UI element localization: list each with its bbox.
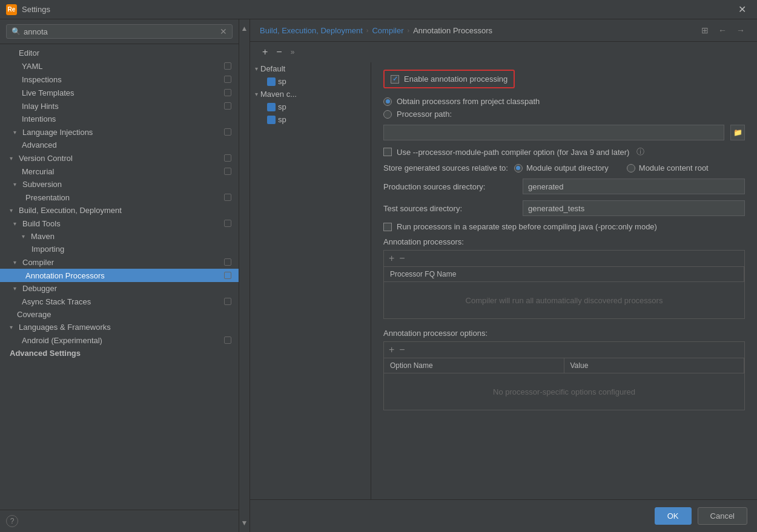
sidebar-item-intentions[interactable]: Intentions xyxy=(0,113,239,125)
run-processors-checkbox[interactable] xyxy=(383,223,392,231)
sp2-label: sp xyxy=(278,102,286,111)
help-tooltip-icon: ⓘ xyxy=(636,146,644,157)
module-item-sp3[interactable]: sp xyxy=(250,113,371,126)
sidebar-item-inspections[interactable]: Inspections xyxy=(0,73,239,86)
scroll-indicators: ▲ ▼ xyxy=(239,19,250,532)
module-item-sp1[interactable]: sp xyxy=(250,75,371,88)
ap-table-body: Compiler will run all automatically disc… xyxy=(384,282,744,318)
sidebar-item-mercurial[interactable]: Mercurial xyxy=(0,165,239,178)
sidebar-item-android[interactable]: Android (Experimental) xyxy=(0,333,239,347)
annotation-processors-label: Annotation Processors xyxy=(25,271,105,280)
obtain-classpath-radio[interactable] xyxy=(383,97,392,106)
coverage-label: Coverage xyxy=(17,310,51,319)
ap-options-section-label: Annotation processor options: xyxy=(383,329,745,338)
breadcrumb-part2[interactable]: Compiler xyxy=(372,26,403,35)
breadcrumb-forward-button[interactable]: → xyxy=(734,24,747,36)
live-templates-label: Live Templates xyxy=(22,88,74,97)
advanced-label: Advanced xyxy=(22,140,57,149)
sidebar-item-subversion[interactable]: ▾ Subversion xyxy=(0,178,239,191)
sidebar-item-lang-frameworks[interactable]: ▾ Languages & Frameworks xyxy=(0,321,239,333)
breadcrumb-actions: ⊞ ← → xyxy=(699,24,747,36)
build-tools-label: Build Tools xyxy=(22,219,61,228)
sidebar-item-maven[interactable]: ▾ Maven xyxy=(0,230,239,243)
settings-window: Re Settings ✕ 🔍 ✕ Editor xyxy=(0,0,757,532)
folder-icon3 xyxy=(267,116,276,124)
search-icon: 🔍 xyxy=(12,27,21,36)
processor-path-option[interactable]: Processor path: xyxy=(383,110,745,119)
vc-badge xyxy=(223,153,233,163)
module-output-dir-label: Module output directory xyxy=(526,163,609,172)
sidebar-item-debugger[interactable]: ▾ Debugger xyxy=(0,282,239,295)
expand-button[interactable]: » xyxy=(291,48,295,56)
sidebar-item-async-stack-traces[interactable]: Async Stack Traces xyxy=(0,295,239,308)
cancel-button[interactable]: Cancel xyxy=(698,507,747,525)
lang-inj-badge xyxy=(223,127,233,137)
close-button[interactable]: ✕ xyxy=(733,1,751,18)
scroll-up-button[interactable]: ▲ xyxy=(241,24,248,33)
mercurial-label: Mercurial xyxy=(22,167,54,176)
sidebar-item-importing[interactable]: Importing xyxy=(0,243,239,255)
processor-path-radio[interactable] xyxy=(383,110,392,119)
ap-options-remove-button[interactable]: − xyxy=(399,344,405,355)
bed-arrow: ▾ xyxy=(10,207,17,214)
sidebar-bottom: ? xyxy=(0,510,239,532)
obtain-from-classpath-option[interactable]: Obtain processors from project classpath xyxy=(383,97,745,106)
module-item-sp2[interactable]: sp xyxy=(250,100,371,113)
advanced-settings-label: Advanced Settings xyxy=(10,349,81,358)
maven-list-label: Maven c... xyxy=(260,90,297,99)
search-input[interactable] xyxy=(24,27,220,36)
sp3-label: sp xyxy=(278,115,286,124)
enable-annotation-checkbox[interactable] xyxy=(391,75,399,84)
use-module-path-checkbox[interactable] xyxy=(383,148,392,156)
module-content-root-label: Module content root xyxy=(639,163,709,172)
sidebar-item-advanced-settings[interactable]: Advanced Settings xyxy=(0,347,239,360)
browse-button[interactable]: 📁 xyxy=(730,125,745,140)
editor-label: Editor xyxy=(19,48,39,57)
sidebar-item-inlay-hints[interactable]: Inlay Hints xyxy=(0,99,239,113)
sidebar-item-compiler[interactable]: ▾ Compiler xyxy=(0,255,239,269)
module-item-default[interactable]: ▾ Default xyxy=(250,62,371,75)
sidebar-item-annotation-processors[interactable]: Annotation Processors xyxy=(0,269,239,282)
ok-button[interactable]: OK xyxy=(655,507,692,525)
scroll-down-button[interactable]: ▼ xyxy=(241,519,248,527)
module-content-root-option[interactable]: Module content root xyxy=(627,163,709,172)
breadcrumb-part1[interactable]: Build, Execution, Deployment xyxy=(260,26,363,35)
content-panel: Build, Execution, Deployment › Compiler … xyxy=(250,19,757,532)
ap-add-button[interactable]: + xyxy=(389,253,394,264)
sidebar-item-build-tools[interactable]: ▾ Build Tools xyxy=(0,217,239,230)
module-output-radio[interactable] xyxy=(514,164,523,172)
sidebar-item-presentation[interactable]: Presentation xyxy=(0,191,239,204)
inlay-hints-badge xyxy=(223,101,233,111)
sidebar-item-yaml[interactable]: YAML xyxy=(0,59,239,73)
add-module-button[interactable]: + xyxy=(260,45,270,59)
sidebar-item-editor[interactable]: Editor xyxy=(0,47,239,59)
module-item-maven[interactable]: ▾ Maven c... xyxy=(250,88,371,100)
folder-icon xyxy=(267,77,276,86)
remove-module-button[interactable]: − xyxy=(274,45,284,59)
ap-remove-button[interactable]: − xyxy=(399,253,405,264)
sidebar-item-language-injections[interactable]: ▾ Language Injections xyxy=(0,125,239,139)
sidebar-item-build-exec-deploy[interactable]: ▾ Build, Execution, Deployment xyxy=(0,204,239,217)
sidebar-item-live-templates[interactable]: Live Templates xyxy=(0,86,239,99)
enable-annotation-box: Enable annotation processing xyxy=(383,70,515,88)
toolbar: + − » xyxy=(250,42,757,62)
breadcrumb-back-button[interactable]: ← xyxy=(716,24,729,36)
module-output-dir-option[interactable]: Module output directory xyxy=(514,163,609,172)
search-wrapper: 🔍 ✕ xyxy=(6,24,233,39)
search-clear-button[interactable]: ✕ xyxy=(220,27,227,36)
processor-path-input[interactable] xyxy=(383,125,724,140)
sidebar-item-coverage[interactable]: Coverage xyxy=(0,308,239,321)
no-options-message: No processor-specific options configured xyxy=(481,375,647,409)
sidebar-item-version-control[interactable]: ▾ Version Control xyxy=(0,151,239,165)
breadcrumb-copy-button[interactable]: ⊞ xyxy=(699,24,711,36)
ap-options-add-button[interactable]: + xyxy=(389,344,394,355)
sidebar-item-advanced[interactable]: Advanced xyxy=(0,139,239,151)
breadcrumb-sep2: › xyxy=(408,27,410,34)
production-sources-input[interactable] xyxy=(523,179,745,194)
store-sources-row: Store generated sources relative to: Mod… xyxy=(383,163,745,172)
test-sources-input[interactable] xyxy=(523,200,745,216)
sidebar-tree: Editor YAML Inspections Live Templates I… xyxy=(0,44,239,510)
module-content-root-radio[interactable] xyxy=(627,164,635,172)
help-button[interactable]: ? xyxy=(6,515,18,527)
svn-arrow: ▾ xyxy=(13,181,21,188)
